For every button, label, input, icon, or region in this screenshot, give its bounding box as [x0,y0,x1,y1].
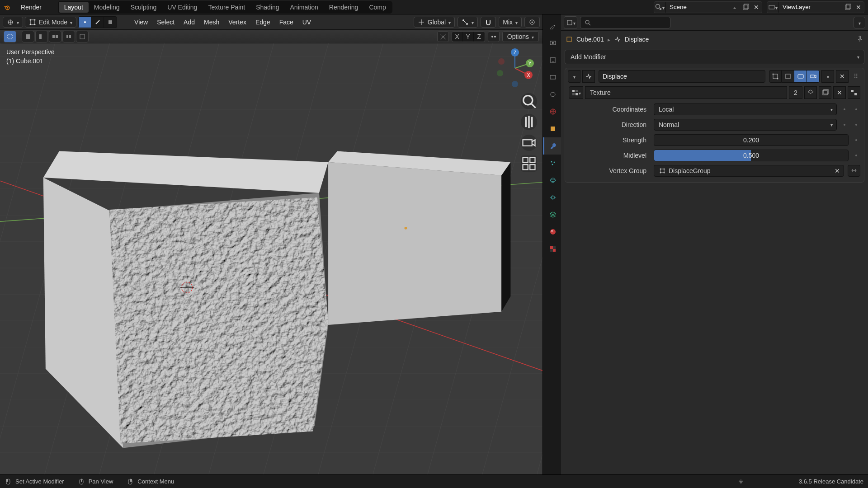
show-on-cage-toggle[interactable] [769,70,782,83]
sel-tool-3[interactable] [49,31,61,42]
show-render-toggle[interactable] [807,70,820,83]
tab-physics[interactable] [543,172,561,189]
interaction-mode-dropdown[interactable]: Edit Mode [25,17,76,28]
tab-output[interactable] [543,52,561,69]
add-modifier-dropdown[interactable]: Add Modifier [565,50,864,64]
modifier-extras-dropdown[interactable] [821,70,834,83]
tab-tool[interactable] [543,17,561,34]
delete-modifier-button[interactable]: ✕ [836,70,849,83]
tab-texture[interactable] [543,240,561,258]
tab-constraints[interactable] [543,189,561,206]
snap-toggle[interactable] [481,17,496,28]
modifier-name-input[interactable]: Displace [599,70,765,83]
show-viewport-toggle[interactable] [794,70,807,83]
editor-type-dropdown[interactable] [3,17,23,28]
breadcrumb-modifier[interactable]: Displace [625,36,649,43]
tab-render[interactable] [543,34,561,52]
clear-vgroup-button[interactable]: ✕ [835,167,840,174]
edge-select-mode[interactable] [91,17,104,28]
zoom-button[interactable] [521,93,537,109]
texture-browse-dropdown[interactable] [569,86,583,99]
fake-user-toggle[interactable] [804,86,817,99]
delete-viewlayer-icon[interactable]: ✕ [853,2,864,13]
pan-button[interactable] [521,114,537,130]
viewport-menu-vertex[interactable]: Vertex [224,17,251,27]
viewport-3d[interactable]: User Perspective (1) Cube.001 X Y Z [0,43,542,474]
viewport-menu-mesh[interactable]: Mesh [199,17,224,27]
drag-handle-icon[interactable]: ⠿ [850,73,861,80]
menu-render[interactable]: Render [16,2,48,13]
tab-uv-editing[interactable]: UV Editing [162,2,203,13]
texture-users-count[interactable]: 2 [789,86,802,99]
vertex-select-mode[interactable] [79,17,91,28]
transform-orientation-dropdown[interactable]: Global [414,17,455,28]
viewport-menu-edge[interactable]: Edge [251,17,275,27]
viewlayer-datablock-field[interactable]: ✕ [767,1,864,13]
tab-world[interactable] [543,103,561,120]
proportional-editing-toggle[interactable] [524,17,540,28]
show-in-editmode-toggle[interactable] [782,70,794,83]
midlevel-input[interactable]: 0.500 [654,150,849,161]
delete-scene-icon[interactable]: ✕ [751,2,762,13]
viewlayer-name-input[interactable] [779,4,842,10]
menu-edit[interactable]: Edit [16,0,48,2]
breadcrumb-object[interactable]: Cube.001 [576,36,604,43]
scene-browse-button[interactable] [654,2,666,13]
perspective-toggle[interactable] [521,155,537,172]
strength-input[interactable]: 0.200 [654,134,849,146]
scene-name-input[interactable] [666,4,729,10]
viewport-menu-select[interactable]: Select [152,17,179,27]
proportional-editing-dropdown[interactable]: Mix [499,17,522,28]
pin-scene-icon[interactable] [729,2,740,13]
new-scene-icon[interactable] [740,2,751,13]
new-viewlayer-icon[interactable] [842,2,853,13]
tab-scene[interactable] [543,86,561,103]
tab-shading[interactable]: Shading [250,2,284,13]
mirror-y[interactable]: Y [463,32,474,42]
resize-handle-icon[interactable] [737,478,745,485]
properties-options-dropdown[interactable] [564,16,577,29]
anim-dot-icon[interactable]: • [852,106,860,113]
sel-tool-5[interactable] [76,31,89,42]
tab-sculpting[interactable]: Sculpting [125,2,162,13]
tab-modeling[interactable]: Modeling [89,2,125,13]
tab-modifiers[interactable] [543,137,561,155]
tab-particles[interactable] [543,155,561,172]
auto-merge-toggle[interactable] [488,31,500,42]
tab-data[interactable] [543,206,561,223]
invert-vgroup-button[interactable] [848,165,860,177]
pivot-point-dropdown[interactable] [458,17,478,28]
mesh-nearest-toggle[interactable] [437,31,449,42]
tab-layout[interactable]: Layout [59,2,89,13]
show-gizmo-toggle[interactable] [4,31,16,42]
scene-datablock-field[interactable]: ✕ [654,1,762,13]
tab-viewlayer[interactable] [543,69,561,86]
face-select-mode[interactable] [104,17,117,28]
tab-animation[interactable]: Animation [285,2,324,13]
camera-view-button[interactable] [521,135,537,151]
coordinates-dropdown[interactable]: Local [654,103,837,115]
tab-texture-paint[interactable]: Texture Paint [203,2,250,13]
viewport-menu-face[interactable]: Face [275,17,298,27]
tab-material[interactable] [543,223,561,240]
sel-tool-4[interactable] [62,31,75,42]
nav-gizmo[interactable]: X Y Z [495,48,535,89]
tab-rendering[interactable]: Rendering [324,2,364,13]
direction-dropdown[interactable]: Normal [654,119,837,131]
sel-tool-1[interactable] [22,31,34,42]
tab-object[interactable] [543,120,561,137]
viewport-menu-add[interactable]: Add [179,17,199,27]
properties-filter-dropdown[interactable] [854,17,865,28]
vertex-group-field[interactable]: DisplaceGroup ✕ [654,165,844,177]
pin-button[interactable] [856,35,863,44]
properties-search[interactable] [580,17,670,28]
mirror-x[interactable]: X [452,32,463,42]
show-texture-button[interactable] [848,86,860,99]
new-texture-button[interactable] [819,86,831,99]
anim-dot-icon[interactable]: • [840,106,849,113]
panel-collapse-toggle[interactable] [568,70,580,83]
viewlayer-browse-button[interactable] [767,2,779,13]
viewport-menu-uv[interactable]: UV [298,17,316,27]
options-dropdown[interactable]: Options [502,31,539,42]
sel-tool-2[interactable] [35,31,48,42]
